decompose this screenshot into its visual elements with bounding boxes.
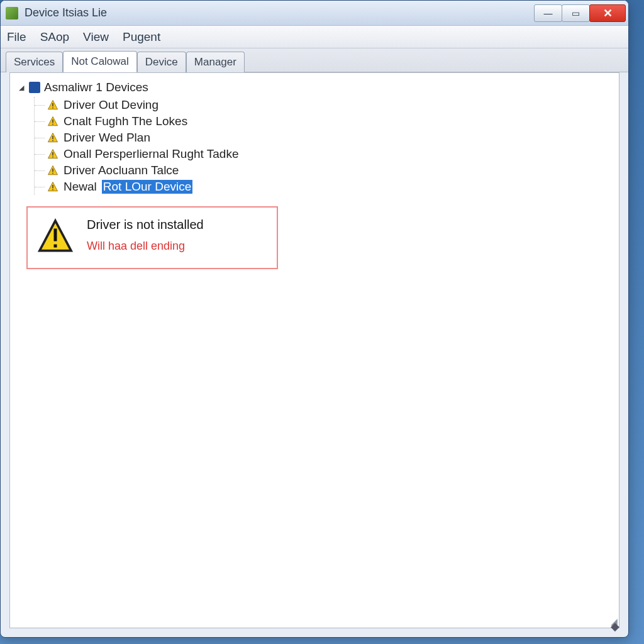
tab-services[interactable]: Services [6, 52, 63, 72]
svg-rect-17 [52, 189, 53, 191]
maximize-button[interactable]: ▭ [562, 4, 590, 22]
tree-item-label: Driver Wed Plan [64, 131, 150, 145]
svg-rect-11 [52, 157, 53, 158]
tree-item[interactable]: Onall Persperliernal Rught Tadke [35, 146, 611, 162]
svg-rect-7 [52, 136, 53, 139]
tree-root-label: Asmaliwr 1 Devices [44, 80, 148, 94]
titlebar[interactable]: Device Itsias Lie — ▭ ✕ [1, 1, 628, 26]
tree-item-label: Driver Out Deving [64, 98, 158, 112]
app-window: Device Itsias Lie — ▭ ✕ File SAop View P… [0, 0, 629, 638]
svg-rect-10 [52, 152, 53, 155]
tab-manager[interactable]: Manager [186, 52, 245, 72]
window-title: Device Itsias Lie [25, 6, 535, 19]
warning-icon-large [36, 218, 74, 258]
svg-rect-5 [52, 124, 53, 125]
tree-item-label: Driver Aocluann Talce [64, 164, 179, 177]
tree-item-label: Cnalt Fughh The Lokes [64, 114, 187, 128]
warning-icon [47, 99, 58, 111]
tree-item-label-selected: Rot LOur Device [102, 180, 192, 194]
computer-icon [29, 82, 40, 93]
menu-view[interactable]: View [83, 30, 109, 44]
warning-icon [47, 116, 58, 127]
menu-pugent[interactable]: Pugent [123, 30, 160, 44]
minimize-button[interactable]: — [534, 4, 562, 22]
svg-rect-1 [52, 103, 53, 106]
tree-item[interactable]: Driver Aocluann Talce [35, 162, 611, 179]
svg-rect-2 [52, 108, 53, 109]
tree-item[interactable]: Driver Wed Plan [35, 130, 611, 146]
tab-not-calowal[interactable]: Not Calowal [63, 51, 137, 72]
close-icon: ✕ [603, 6, 613, 20]
svg-rect-4 [52, 119, 53, 123]
tree-children: Driver Out Deving Cnalt Fughh The Lokes … [34, 97, 611, 195]
collapse-icon[interactable]: ◢ [18, 84, 25, 91]
menubar: File SAop View Pugent [1, 26, 628, 48]
svg-rect-16 [52, 185, 53, 188]
tree-root-node[interactable]: ◢ Asmaliwr 1 Devices [18, 80, 611, 94]
tree-item-label: Onall Persperliernal Rught Tadke [64, 147, 238, 161]
close-button[interactable]: ✕ [589, 4, 626, 22]
minimize-icon: — [544, 8, 553, 18]
svg-rect-20 [54, 245, 57, 248]
content-pane: ◢ Asmaliwr 1 Devices Driver Out Deving C… [9, 72, 619, 628]
tree-item[interactable]: Cnalt Fughh The Lokes [35, 113, 611, 130]
info-text-block: Driver is not installed Will haa dell en… [87, 218, 204, 253]
info-main-text: Driver is not installed [87, 218, 204, 232]
tree-item-selected[interactable]: NewalRot LOur Device [35, 179, 611, 195]
svg-rect-14 [52, 173, 53, 174]
info-sub-text: Will haa dell ending [87, 240, 204, 253]
window-controls: — ▭ ✕ [535, 4, 626, 22]
warning-icon [47, 181, 58, 192]
driver-info-panel: Driver is not installed Will haa dell en… [26, 206, 278, 269]
svg-rect-13 [52, 169, 53, 172]
tab-device[interactable]: Device [137, 52, 186, 72]
tabbar: Services Not Calowal Device Manager [1, 48, 628, 72]
menu-file[interactable]: File [7, 30, 26, 44]
warning-icon [47, 165, 58, 176]
warning-icon [47, 148, 58, 160]
maximize-icon: ▭ [572, 8, 580, 18]
svg-rect-19 [54, 229, 57, 242]
tree-item[interactable]: Driver Out Deving [35, 97, 611, 113]
window-resize-grip[interactable]: ◆ [611, 619, 618, 627]
tree-item-label-prefix: Newal [64, 180, 97, 194]
svg-rect-8 [52, 140, 53, 142]
app-icon [6, 7, 18, 19]
warning-icon [47, 132, 58, 143]
menu-shop[interactable]: SAop [40, 30, 69, 44]
